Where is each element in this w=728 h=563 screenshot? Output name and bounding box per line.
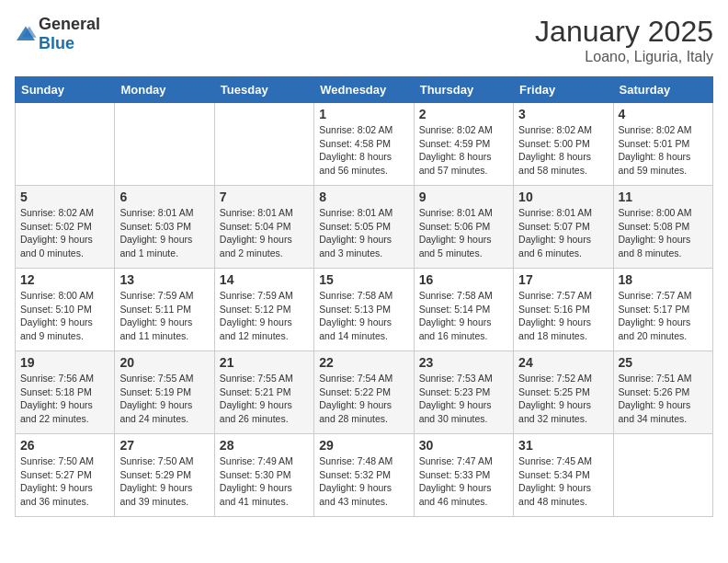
cell-details: Sunrise: 7:54 AM Sunset: 5:22 PM Dayligh… bbox=[319, 372, 408, 426]
calendar-cell: 8Sunrise: 8:01 AM Sunset: 5:05 PM Daylig… bbox=[314, 186, 414, 269]
calendar-cell: 16Sunrise: 7:58 AM Sunset: 5:14 PM Dayli… bbox=[414, 269, 513, 351]
calendar-week-4: 19Sunrise: 7:56 AM Sunset: 5:18 PM Dayli… bbox=[16, 351, 713, 434]
calendar-cell: 7Sunrise: 8:01 AM Sunset: 5:04 PM Daylig… bbox=[214, 186, 313, 269]
date-number: 16 bbox=[419, 272, 508, 287]
cell-details: Sunrise: 7:49 AM Sunset: 5:30 PM Dayligh… bbox=[220, 454, 309, 509]
calendar-cell bbox=[613, 434, 712, 517]
calendar-cell: 11Sunrise: 8:00 AM Sunset: 5:08 PM Dayli… bbox=[613, 186, 712, 269]
calendar-week-1: 1Sunrise: 8:02 AM Sunset: 4:58 PM Daylig… bbox=[16, 103, 713, 186]
day-header-monday: Monday bbox=[115, 77, 214, 103]
calendar-cell: 24Sunrise: 7:52 AM Sunset: 5:25 PM Dayli… bbox=[514, 351, 613, 434]
cell-details: Sunrise: 7:48 AM Sunset: 5:32 PM Dayligh… bbox=[319, 454, 408, 509]
date-number: 12 bbox=[20, 272, 109, 287]
day-header-thursday: Thursday bbox=[414, 77, 513, 103]
date-number: 25 bbox=[619, 355, 708, 370]
day-header-tuesday: Tuesday bbox=[214, 77, 313, 103]
calendar-cell: 19Sunrise: 7:56 AM Sunset: 5:18 PM Dayli… bbox=[16, 351, 115, 434]
calendar-cell: 31Sunrise: 7:45 AM Sunset: 5:34 PM Dayli… bbox=[514, 434, 613, 517]
cell-details: Sunrise: 7:47 AM Sunset: 5:33 PM Dayligh… bbox=[419, 454, 508, 509]
cell-details: Sunrise: 7:57 AM Sunset: 5:17 PM Dayligh… bbox=[619, 289, 708, 343]
calendar-cell: 15Sunrise: 7:58 AM Sunset: 5:13 PM Dayli… bbox=[314, 269, 414, 351]
calendar-week-2: 5Sunrise: 8:02 AM Sunset: 5:02 PM Daylig… bbox=[16, 186, 713, 269]
date-number: 1 bbox=[319, 107, 408, 121]
date-number: 23 bbox=[419, 355, 508, 370]
cell-details: Sunrise: 7:58 AM Sunset: 5:13 PM Dayligh… bbox=[319, 289, 408, 343]
day-header-friday: Friday bbox=[514, 77, 613, 103]
calendar-cell: 20Sunrise: 7:55 AM Sunset: 5:19 PM Dayli… bbox=[115, 351, 214, 434]
cell-details: Sunrise: 8:01 AM Sunset: 5:05 PM Dayligh… bbox=[319, 206, 408, 260]
date-number: 14 bbox=[220, 272, 309, 287]
day-header-sunday: Sunday bbox=[16, 77, 115, 103]
calendar-cell: 30Sunrise: 7:47 AM Sunset: 5:33 PM Dayli… bbox=[414, 434, 513, 517]
date-number: 30 bbox=[419, 438, 508, 453]
calendar-cell: 10Sunrise: 8:01 AM Sunset: 5:07 PM Dayli… bbox=[514, 186, 613, 269]
cell-details: Sunrise: 8:02 AM Sunset: 5:01 PM Dayligh… bbox=[619, 123, 708, 178]
date-number: 27 bbox=[119, 438, 209, 453]
date-number: 8 bbox=[319, 190, 408, 204]
cell-details: Sunrise: 7:56 AM Sunset: 5:18 PM Dayligh… bbox=[20, 372, 109, 426]
calendar-subtitle: Loano, Liguria, Italy bbox=[535, 49, 713, 65]
calendar-cell: 29Sunrise: 7:48 AM Sunset: 5:32 PM Dayli… bbox=[314, 434, 414, 517]
cell-details: Sunrise: 7:45 AM Sunset: 5:34 PM Dayligh… bbox=[518, 454, 608, 509]
date-number: 22 bbox=[319, 355, 408, 370]
date-number: 3 bbox=[518, 107, 608, 121]
calendar-cell: 5Sunrise: 8:02 AM Sunset: 5:02 PM Daylig… bbox=[16, 186, 115, 269]
calendar-cell: 26Sunrise: 7:50 AM Sunset: 5:27 PM Dayli… bbox=[16, 434, 115, 517]
calendar-cell: 2Sunrise: 8:02 AM Sunset: 4:59 PM Daylig… bbox=[414, 103, 513, 186]
date-number: 24 bbox=[518, 355, 608, 370]
date-number: 9 bbox=[419, 190, 508, 204]
calendar-cell: 3Sunrise: 8:02 AM Sunset: 5:00 PM Daylig… bbox=[514, 103, 613, 186]
cell-details: Sunrise: 8:02 AM Sunset: 5:02 PM Dayligh… bbox=[20, 206, 109, 260]
date-number: 5 bbox=[20, 190, 109, 204]
cell-details: Sunrise: 8:00 AM Sunset: 5:08 PM Dayligh… bbox=[619, 206, 708, 260]
cell-details: Sunrise: 8:01 AM Sunset: 5:04 PM Dayligh… bbox=[220, 206, 309, 260]
calendar-table: SundayMondayTuesdayWednesdayThursdayFrid… bbox=[15, 76, 713, 517]
calendar-cell: 22Sunrise: 7:54 AM Sunset: 5:22 PM Dayli… bbox=[314, 351, 414, 434]
logo-blue: Blue bbox=[39, 34, 74, 52]
calendar-cell bbox=[115, 103, 214, 186]
calendar-title: January 2025 bbox=[535, 15, 713, 49]
cell-details: Sunrise: 8:00 AM Sunset: 5:10 PM Dayligh… bbox=[20, 289, 109, 343]
cell-details: Sunrise: 7:58 AM Sunset: 5:14 PM Dayligh… bbox=[419, 289, 508, 343]
date-number: 21 bbox=[220, 355, 309, 370]
cell-details: Sunrise: 7:50 AM Sunset: 5:29 PM Dayligh… bbox=[119, 454, 209, 509]
title-block: January 2025 Loano, Liguria, Italy bbox=[535, 15, 713, 65]
calendar-header-row: SundayMondayTuesdayWednesdayThursdayFrid… bbox=[16, 77, 713, 103]
calendar-cell: 17Sunrise: 7:57 AM Sunset: 5:16 PM Dayli… bbox=[514, 269, 613, 351]
calendar-cell: 14Sunrise: 7:59 AM Sunset: 5:12 PM Dayli… bbox=[214, 269, 313, 351]
logo: General Blue bbox=[15, 15, 100, 53]
date-number: 11 bbox=[619, 190, 708, 204]
cell-details: Sunrise: 8:01 AM Sunset: 5:07 PM Dayligh… bbox=[518, 206, 608, 260]
calendar-cell: 4Sunrise: 8:02 AM Sunset: 5:01 PM Daylig… bbox=[613, 103, 712, 186]
date-number: 10 bbox=[518, 190, 608, 204]
logo-general: General bbox=[39, 15, 100, 33]
date-number: 18 bbox=[619, 272, 708, 287]
calendar-cell: 12Sunrise: 8:00 AM Sunset: 5:10 PM Dayli… bbox=[16, 269, 115, 351]
cell-details: Sunrise: 7:59 AM Sunset: 5:12 PM Dayligh… bbox=[220, 289, 309, 343]
cell-details: Sunrise: 7:52 AM Sunset: 5:25 PM Dayligh… bbox=[518, 372, 608, 426]
date-number: 4 bbox=[619, 107, 708, 121]
calendar-cell bbox=[214, 103, 313, 186]
date-number: 26 bbox=[20, 438, 109, 453]
date-number: 7 bbox=[220, 190, 309, 204]
logo-icon bbox=[15, 25, 37, 43]
cell-details: Sunrise: 7:51 AM Sunset: 5:26 PM Dayligh… bbox=[619, 372, 708, 426]
date-number: 15 bbox=[319, 272, 408, 287]
cell-details: Sunrise: 8:01 AM Sunset: 5:03 PM Dayligh… bbox=[119, 206, 209, 260]
cell-details: Sunrise: 7:59 AM Sunset: 5:11 PM Dayligh… bbox=[119, 289, 209, 343]
calendar-cell: 25Sunrise: 7:51 AM Sunset: 5:26 PM Dayli… bbox=[613, 351, 712, 434]
cell-details: Sunrise: 8:02 AM Sunset: 4:59 PM Dayligh… bbox=[419, 123, 508, 178]
calendar-cell: 18Sunrise: 7:57 AM Sunset: 5:17 PM Dayli… bbox=[613, 269, 712, 351]
calendar-cell: 27Sunrise: 7:50 AM Sunset: 5:29 PM Dayli… bbox=[115, 434, 214, 517]
calendar-cell: 13Sunrise: 7:59 AM Sunset: 5:11 PM Dayli… bbox=[115, 269, 214, 351]
cell-details: Sunrise: 7:55 AM Sunset: 5:19 PM Dayligh… bbox=[119, 372, 209, 426]
calendar-cell bbox=[16, 103, 115, 186]
calendar-week-3: 12Sunrise: 8:00 AM Sunset: 5:10 PM Dayli… bbox=[16, 269, 713, 351]
date-number: 17 bbox=[518, 272, 608, 287]
page-header: General Blue January 2025 Loano, Liguria… bbox=[15, 15, 713, 65]
day-header-saturday: Saturday bbox=[613, 77, 712, 103]
cell-details: Sunrise: 8:02 AM Sunset: 4:58 PM Dayligh… bbox=[319, 123, 408, 178]
calendar-cell: 28Sunrise: 7:49 AM Sunset: 5:30 PM Dayli… bbox=[214, 434, 313, 517]
date-number: 31 bbox=[518, 438, 608, 453]
calendar-cell: 21Sunrise: 7:55 AM Sunset: 5:21 PM Dayli… bbox=[214, 351, 313, 434]
